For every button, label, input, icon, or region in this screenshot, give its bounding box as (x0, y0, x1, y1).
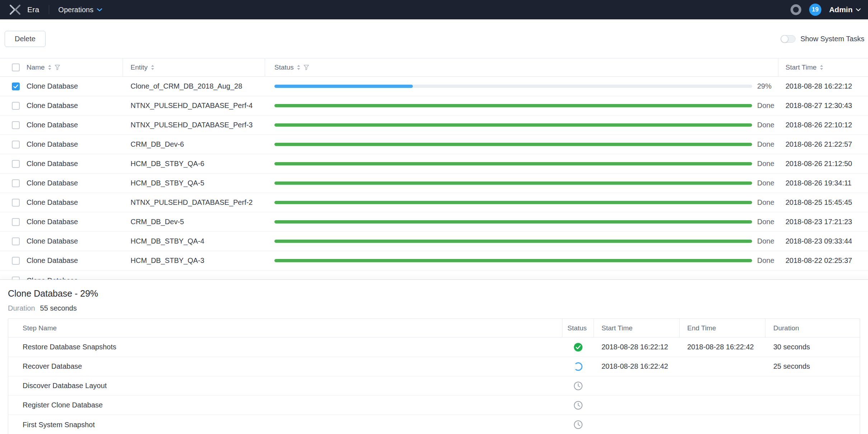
status-label: 29% (757, 82, 778, 90)
show-system-tasks-toggle[interactable] (780, 35, 796, 43)
column-label: Name (27, 63, 45, 71)
status-label: Done (757, 102, 778, 110)
row-entity: HCM_DB_STBY_QA-4 (123, 237, 265, 245)
progress-fill (274, 123, 752, 127)
column-header-entity[interactable]: Entity (123, 58, 265, 76)
sort-icon[interactable] (820, 65, 824, 70)
row-name: Clone Database (27, 140, 123, 148)
clock-icon (574, 420, 583, 429)
progress-bar (274, 240, 752, 243)
row-entity: NTNX_PULSEHD_DATABASE_Perf-3 (123, 121, 265, 129)
row-checkbox[interactable] (12, 160, 20, 168)
sort-icon[interactable] (151, 65, 155, 70)
row-checkbox[interactable] (12, 102, 20, 110)
row-start-time: 2018-08-27 12:30:43 (778, 102, 868, 110)
row-name: Clone Database (27, 160, 123, 168)
row-checkbox[interactable] (12, 237, 20, 245)
sort-icon[interactable] (297, 65, 301, 70)
steps-table: Step Name Status Start Time End Time Dur… (8, 319, 860, 434)
chevron-down-icon (856, 8, 861, 11)
progress-fill (274, 104, 752, 107)
table-row[interactable]: Clone Database NTNX_PULSEHD_DATABASE_Per… (0, 96, 868, 115)
row-entity: CRM_DB_Dev-5 (123, 218, 265, 226)
status-label: Done (757, 160, 778, 168)
step-start: 2018-08-28 16:22:42 (594, 362, 680, 371)
select-all-checkbox[interactable] (12, 63, 20, 71)
toggle-knob (781, 35, 788, 43)
table-row[interactable]: Clone Database HCM_DB_STBY_QA-4 Done 201… (0, 232, 868, 251)
row-entity: CRM_DB_Dev-6 (123, 140, 265, 148)
step-name: Register Clone Database (8, 401, 562, 409)
notification-badge[interactable]: 19 (809, 4, 821, 16)
row-checkbox[interactable] (12, 141, 20, 148)
row-checkbox[interactable] (12, 121, 20, 129)
row-start-time: 2018-08-23 09:33:44 (778, 237, 868, 245)
column-header-status[interactable]: Status (265, 58, 778, 76)
row-checkbox[interactable] (12, 199, 20, 207)
status-label: Done (757, 179, 778, 187)
table-row[interactable]: Clone Database Clone_of_CRM_DB_2018_Aug_… (0, 77, 868, 96)
progress-bar (274, 104, 752, 107)
row-entity: HCM_DB_STBY_QA-3 (123, 256, 265, 265)
progress-bar (274, 181, 752, 185)
table-row[interactable]: Clone Database HCM_DB_STBY_QA-3 Done 201… (0, 251, 868, 270)
progress-fill (274, 259, 752, 262)
row-start-time: 2018-08-28 16:22:12 (778, 82, 868, 90)
progress-bar (274, 123, 752, 127)
progress-bar (274, 143, 752, 146)
progress-fill (274, 181, 752, 185)
delete-button[interactable]: Delete (5, 31, 46, 47)
table-row[interactable]: Clone Database HCM_DB_STBY_QA-6 Done 201… (0, 154, 868, 174)
admin-menu-label: Admin (829, 5, 853, 14)
column-header-start-time[interactable]: Start Time (778, 58, 868, 76)
spinner-icon (574, 362, 582, 371)
row-checkbox[interactable] (12, 179, 20, 187)
operations-menu[interactable]: Operations (58, 6, 103, 14)
sort-icon[interactable] (48, 65, 52, 70)
step-duration: 30 seconds (765, 343, 860, 351)
step-name: Discover Database Layout (8, 382, 562, 390)
row-checkbox[interactable] (12, 277, 20, 279)
steps-column-start-time: Start Time (594, 319, 680, 337)
progress-fill (274, 201, 752, 204)
row-start-time: 2018-08-26 21:12:50 (778, 160, 868, 168)
row-checkbox[interactable] (12, 82, 20, 90)
row-entity: NTNX_PULSEHD_DATABASE_Perf-2 (123, 198, 265, 207)
operations-menu-label: Operations (58, 6, 94, 14)
filter-icon[interactable] (55, 65, 60, 70)
table-row[interactable]: Clone Database NTNX_PULSEHD_DATABASE_Per… (0, 115, 868, 135)
step-name: First System Snapshot (8, 421, 562, 429)
operations-table-body: Clone Database Clone_of_CRM_DB_2018_Aug_… (0, 77, 868, 279)
step-status-cell (562, 381, 594, 391)
row-start-time: 2018-08-26 21:22:57 (778, 140, 868, 148)
row-name: Clone Database (27, 82, 123, 90)
steps-table-header: Step Name Status Start Time End Time Dur… (8, 319, 860, 338)
filter-icon[interactable] (303, 65, 309, 70)
column-label: Start Time (786, 63, 817, 71)
row-name: Clone Database (27, 198, 123, 207)
steps-table-body: Restore Database Snapshots 2018-08-28 16… (8, 338, 860, 434)
table-row[interactable]: Clone Database CRM_DB_Dev-5 Done 2018-08… (0, 212, 868, 232)
step-end: 2018-08-28 16:22:42 (680, 343, 765, 351)
activity-ring-icon[interactable] (791, 4, 801, 15)
table-row[interactable]: Clone Database (0, 270, 868, 279)
row-checkbox[interactable] (12, 218, 20, 226)
steps-column-duration: Duration (765, 319, 860, 337)
table-row[interactable]: Clone Database NTNX_PULSEHD_DATABASE_Per… (0, 193, 868, 212)
row-start-time: 2018-08-26 22:10:12 (778, 121, 868, 129)
step-row: Recover Database 2018-08-28 16:22:42 25 … (8, 357, 860, 376)
row-entity: Clone_of_CRM_DB_2018_Aug_28 (123, 82, 265, 90)
admin-menu[interactable]: Admin (829, 5, 861, 14)
table-row[interactable]: Clone Database HCM_DB_STBY_QA-5 Done 201… (0, 174, 868, 193)
era-logo-icon[interactable] (9, 4, 21, 15)
table-row[interactable]: Clone Database CRM_DB_Dev-6 Done 2018-08… (0, 135, 868, 154)
top-navbar: Era Operations 19 Admin (0, 0, 868, 19)
column-header-name[interactable]: Name (27, 58, 123, 76)
status-label: Done (757, 256, 778, 265)
clock-icon (574, 401, 583, 410)
progress-fill (274, 143, 752, 146)
progress-bar (274, 220, 752, 223)
row-start-time: 2018-08-23 17:21:23 (778, 218, 868, 226)
brand-name: Era (27, 5, 39, 14)
row-checkbox[interactable] (12, 257, 20, 265)
